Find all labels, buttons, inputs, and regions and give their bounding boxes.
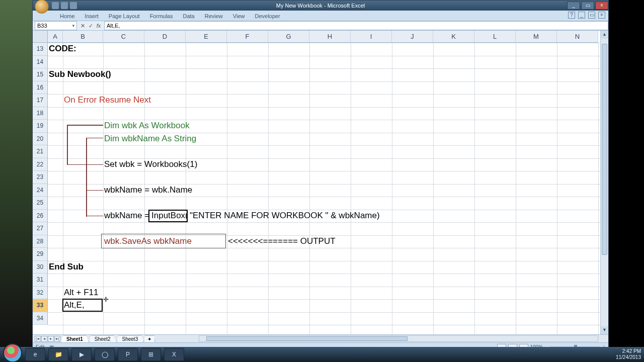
help-icon[interactable]: ? [568, 12, 575, 19]
column-header-E[interactable]: E [186, 31, 227, 42]
taskbar-explorer-icon[interactable]: 📁 [48, 348, 68, 361]
vertical-scrollbar[interactable]: ▲ ▼ [600, 31, 608, 334]
cell-C26[interactable]: wbkName = [103, 211, 149, 221]
taskbar-ie-icon[interactable]: e [25, 348, 45, 361]
row-header-23[interactable]: 23 [33, 171, 47, 184]
row-header-26[interactable]: 26 [33, 210, 47, 223]
close-workbook-icon[interactable]: × [598, 12, 605, 19]
sheet-tab-2[interactable]: Sheet2 [89, 335, 116, 342]
start-button[interactable] [3, 343, 22, 362]
restore-workbook-icon[interactable]: ▭ [588, 12, 595, 19]
horizontal-scrollbar[interactable] [199, 335, 598, 342]
tab-formulas[interactable]: Formulas [145, 12, 178, 21]
quick-access-toolbar[interactable] [52, 2, 77, 9]
column-header-B[interactable]: B [63, 31, 103, 42]
taskbar-media-icon[interactable]: ▶ [71, 348, 92, 361]
row-header-15[interactable]: 15 [33, 68, 47, 81]
cancel-icon[interactable]: ✕ [79, 23, 86, 29]
column-header-G[interactable]: G [268, 31, 309, 42]
cell-F28[interactable]: <<<<<<<======= OUTPUT [227, 236, 336, 246]
column-header-M[interactable]: M [516, 31, 557, 42]
taskbar-chrome-icon[interactable]: ◯ [95, 348, 115, 361]
office-button[interactable] [35, 0, 49, 14]
maximize-button[interactable]: ▭ [581, 2, 594, 10]
column-header-D[interactable]: D [144, 31, 186, 42]
column-header-K[interactable]: K [433, 31, 474, 42]
sheet-nav-next-icon[interactable]: ▸ [48, 336, 54, 342]
scroll-up-icon[interactable]: ▲ [601, 31, 608, 39]
cell-A13[interactable]: CODE: [48, 44, 76, 54]
scroll-down-icon[interactable]: ▼ [601, 326, 608, 334]
column-header-N[interactable]: N [557, 31, 598, 42]
qat-redo-icon[interactable] [70, 2, 77, 9]
cell-C24[interactable]: wbkName = wbk.Name [103, 185, 192, 195]
enter-icon[interactable]: ✓ [87, 23, 94, 29]
row-header-34[interactable]: 34 [33, 312, 47, 325]
taskbar-excel-icon[interactable]: X [164, 348, 184, 361]
spreadsheet-grid[interactable]: ABCDEFGHIJKLMN 1314151617181920212223242… [33, 31, 608, 334]
row-header-13[interactable]: 13 [33, 43, 47, 56]
tab-view[interactable]: View [228, 12, 250, 21]
row-header-18[interactable]: 18 [33, 107, 47, 120]
sheet-nav-last-icon[interactable]: ▸| [54, 336, 60, 342]
cell-A30[interactable]: End Sub [48, 262, 84, 272]
cell-B32[interactable]: Alt + F11 [63, 288, 99, 298]
system-tray[interactable]: 2:42 PM 11/24/2013 [616, 348, 641, 360]
column-header-H[interactable]: H [309, 31, 351, 42]
column-header-A[interactable]: A [48, 31, 63, 42]
row-header-24[interactable]: 24 [33, 184, 47, 197]
minimize-ribbon-icon[interactable]: _ [578, 12, 585, 19]
column-header-J[interactable]: J [392, 31, 433, 42]
column-header-L[interactable]: L [474, 31, 516, 42]
new-sheet-icon[interactable]: ✦ [144, 335, 155, 342]
cell-B33[interactable]: Alt,E, [63, 300, 85, 310]
row-header-29[interactable]: 29 [33, 248, 47, 261]
sheet-nav-first-icon[interactable]: |◂ [35, 336, 41, 342]
qat-undo-icon[interactable] [61, 2, 68, 9]
cell-C19[interactable]: Dim wbk As Workbook [103, 121, 190, 131]
tab-developer[interactable]: Developer [250, 12, 285, 21]
formula-input[interactable]: Alt,E, [104, 21, 608, 30]
taskbar-powerpoint-icon[interactable]: P [118, 348, 138, 361]
qat-save-icon[interactable] [52, 2, 59, 9]
row-header-16[interactable]: 16 [33, 81, 47, 95]
tab-review[interactable]: Review [200, 12, 228, 21]
scroll-thumb[interactable] [602, 44, 607, 255]
taskbar-app-icon[interactable]: ⊞ [141, 348, 161, 361]
row-header-28[interactable]: 28 [33, 235, 47, 248]
column-header-I[interactable]: I [351, 31, 392, 42]
cell-C20[interactable]: Dim wbkName As String [103, 134, 196, 144]
row-header-20[interactable]: 20 [33, 133, 47, 146]
row-header-32[interactable]: 32 [33, 287, 47, 300]
cell-B17[interactable]: On Error Resume Next [63, 95, 151, 105]
row-header-21[interactable]: 21 [33, 145, 47, 158]
row-header-27[interactable]: 27 [33, 222, 47, 235]
cell-C22[interactable]: Set wbk = Workbooks(1) [103, 159, 197, 169]
column-header-C[interactable]: C [103, 31, 144, 42]
sheet-nav-prev-icon[interactable]: ◂ [41, 336, 47, 342]
tab-home[interactable]: Home [55, 12, 79, 21]
row-header-22[interactable]: 22 [33, 158, 47, 171]
select-all-corner[interactable] [33, 31, 48, 42]
row-header-17[interactable]: 17 [33, 94, 47, 107]
row-header-19[interactable]: 19 [33, 120, 47, 133]
tray-time: 2:42 PM [616, 348, 641, 354]
cell-C26[interactable]: "ENTER NAME FOR WORKBOOK " & wbkName) [189, 211, 380, 221]
cell-A15[interactable]: Sub Newbook() [48, 69, 111, 79]
name-box[interactable]: B33▼ [35, 21, 77, 30]
column-header-F[interactable]: F [227, 31, 268, 42]
row-header-33[interactable]: 33 [33, 299, 47, 312]
fx-icon[interactable]: fx [95, 23, 102, 29]
tab-data[interactable]: Data [178, 12, 199, 21]
tab-page-layout[interactable]: Page Layout [104, 12, 145, 21]
row-header-30[interactable]: 30 [33, 261, 47, 274]
hscroll-thumb[interactable] [206, 336, 408, 341]
row-header-31[interactable]: 31 [33, 274, 47, 287]
minimize-button[interactable]: _ [567, 2, 580, 10]
tab-insert[interactable]: Insert [79, 12, 104, 21]
close-button[interactable]: × [595, 2, 608, 10]
row-header-14[interactable]: 14 [33, 56, 47, 69]
sheet-tab-3[interactable]: Sheet3 [117, 335, 144, 342]
sheet-tab-1[interactable]: Sheet1 [61, 335, 89, 342]
row-header-25[interactable]: 25 [33, 197, 47, 210]
